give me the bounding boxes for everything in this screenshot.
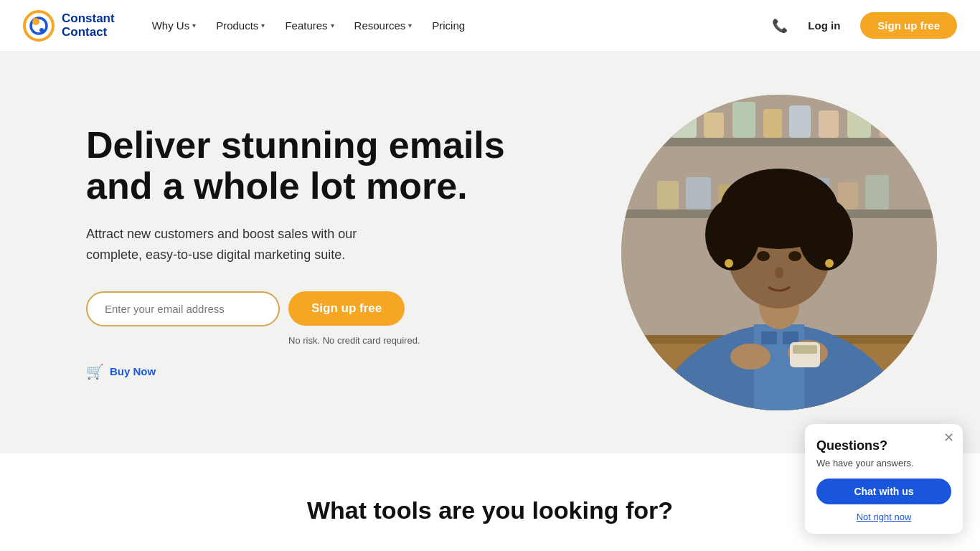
nav-item-features[interactable]: Features ▾ <box>276 14 342 37</box>
svg-point-45 <box>725 259 733 268</box>
buy-now-label: Buy Now <box>110 365 156 377</box>
phone-icon[interactable]: 📞 <box>772 18 788 34</box>
cart-icon: 🛒 <box>86 363 104 380</box>
svg-rect-28 <box>761 331 777 344</box>
chat-widget: ✕ Questions? We have your answers. Chat … <box>805 424 963 534</box>
chat-widget-title: Questions? <box>816 438 951 453</box>
svg-rect-23 <box>865 175 889 209</box>
svg-rect-10 <box>732 102 755 138</box>
buy-now-link[interactable]: 🛒 Buy Now <box>86 363 531 380</box>
svg-rect-50 <box>793 345 817 354</box>
nav-links: Why Us ▾ Products ▾ Features ▾ Resources… <box>143 14 473 37</box>
svg-point-43 <box>788 251 801 261</box>
nav-label-features: Features <box>285 19 327 32</box>
svg-rect-17 <box>686 177 711 209</box>
nav-signup-button[interactable]: Sign up free <box>860 12 957 39</box>
svg-rect-5 <box>621 138 937 146</box>
svg-rect-15 <box>880 108 900 138</box>
logo-name-line1: Constant <box>62 12 115 26</box>
hero-illustration <box>621 95 937 410</box>
hero-subtitle: Attract new customers and boost sales wi… <box>86 224 402 265</box>
chevron-down-icon: ▾ <box>261 22 265 29</box>
chevron-down-icon: ▾ <box>331 22 334 29</box>
nav-label-pricing: Pricing <box>432 19 465 32</box>
hero-circle-image <box>621 95 937 410</box>
svg-rect-12 <box>789 105 811 138</box>
logo[interactable]: Constant Contact <box>23 10 115 42</box>
chat-close-button[interactable]: ✕ <box>943 431 954 444</box>
svg-point-44 <box>775 267 783 278</box>
email-input[interactable] <box>86 291 280 326</box>
logo-text: Constant Contact <box>62 12 115 39</box>
hero-cta: Sign up free <box>86 291 531 326</box>
hero-signup-button[interactable]: Sign up free <box>288 291 405 326</box>
svg-rect-9 <box>704 113 724 138</box>
nav-item-products[interactable]: Products ▾ <box>207 14 273 37</box>
svg-rect-13 <box>819 110 839 138</box>
navbar-right: 📞 Log in Sign up free <box>772 12 957 39</box>
svg-point-42 <box>757 251 770 261</box>
hero-content: Deliver stunning emails and a whole lot … <box>86 125 531 380</box>
svg-rect-7 <box>643 109 664 138</box>
login-button[interactable]: Log in <box>799 14 849 37</box>
navbar-left: Constant Contact Why Us ▾ Products ▾ Fea… <box>23 10 473 42</box>
svg-point-2 <box>32 18 39 25</box>
nav-item-whyus[interactable]: Why Us ▾ <box>143 14 205 37</box>
svg-rect-8 <box>672 105 697 138</box>
hero-title: Deliver stunning emails and a whole lot … <box>86 125 531 207</box>
svg-point-47 <box>730 344 771 369</box>
tools-section-title: What tools are you looking for? <box>57 496 923 524</box>
nav-label-resources: Resources <box>354 19 406 32</box>
svg-rect-16 <box>657 181 679 209</box>
logo-name-line2: Contact <box>62 26 115 39</box>
nav-item-resources[interactable]: Resources ▾ <box>346 14 421 37</box>
hero-section: Deliver stunning emails and a whole lot … <box>0 52 980 453</box>
svg-rect-11 <box>763 109 782 138</box>
chevron-down-icon: ▾ <box>192 22 196 29</box>
no-risk-text: No risk. No credit card required. <box>288 335 531 346</box>
hero-image-area <box>621 95 937 410</box>
svg-point-0 <box>24 11 53 40</box>
svg-point-40 <box>814 212 845 243</box>
chat-not-now-button[interactable]: Not right now <box>816 512 951 522</box>
nav-item-pricing[interactable]: Pricing <box>423 14 473 37</box>
svg-point-41 <box>713 214 745 245</box>
logo-icon <box>23 10 55 42</box>
chevron-down-icon: ▾ <box>408 22 412 29</box>
chat-with-us-button[interactable]: Chat with us <box>816 479 951 504</box>
svg-rect-14 <box>847 103 871 138</box>
chat-widget-subtitle: We have your answers. <box>816 458 951 468</box>
nav-label-whyus: Why Us <box>152 19 190 32</box>
navbar: Constant Contact Why Us ▾ Products ▾ Fea… <box>0 0 980 52</box>
svg-point-46 <box>825 259 834 268</box>
nav-label-products: Products <box>216 19 258 32</box>
svg-point-3 <box>39 28 44 32</box>
